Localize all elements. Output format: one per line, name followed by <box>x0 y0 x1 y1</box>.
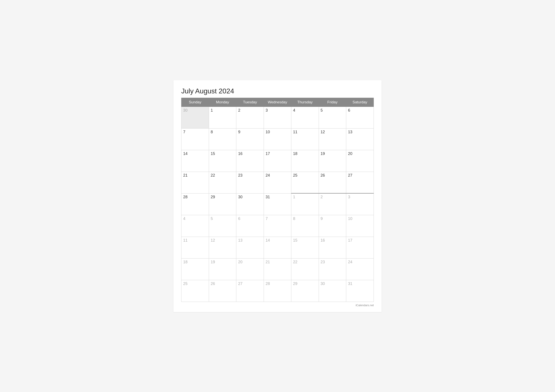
calendar-cell[interactable]: 28 <box>264 280 291 302</box>
week-row-5: 45678910 <box>182 215 374 237</box>
calendar-cell[interactable]: 3 <box>346 193 374 215</box>
calendar-cell[interactable]: 31 <box>264 193 291 215</box>
calendar-cell[interactable]: 10 <box>346 215 374 237</box>
calendar-cell[interactable]: 23 <box>319 258 346 280</box>
calendar-cell[interactable]: 16 <box>319 237 346 258</box>
week-row-7: 18192021222324 <box>182 258 374 280</box>
calendar-cell[interactable]: 1 <box>209 107 236 128</box>
calendar-cell[interactable]: 24 <box>346 258 374 280</box>
week-row-0: 30123456 <box>182 107 374 128</box>
calendar-cell[interactable]: 12 <box>209 237 236 258</box>
header-day-wednesday: Wednesday <box>264 98 291 107</box>
calendar-cell[interactable]: 11 <box>182 237 209 258</box>
calendar-cell[interactable]: 18 <box>291 150 319 172</box>
calendar-cell[interactable]: 28 <box>182 193 209 215</box>
week-row-8: 25262728293031 <box>182 280 374 302</box>
calendar-cell[interactable]: 6 <box>236 215 264 237</box>
calendar-cell[interactable]: 8 <box>209 128 236 150</box>
week-row-6: 11121314151617 <box>182 237 374 258</box>
calendar-title: July August 2024 <box>181 87 374 95</box>
footer-credit: iCalendars.net <box>181 304 374 307</box>
calendar-cell[interactable]: 25 <box>291 172 319 193</box>
calendar-cell[interactable]: 4 <box>291 107 319 128</box>
calendar-cell[interactable]: 19 <box>209 258 236 280</box>
calendar-cell[interactable]: 21 <box>182 172 209 193</box>
calendar-cell[interactable]: 2 <box>236 107 264 128</box>
calendar-cell[interactable]: 9 <box>319 215 346 237</box>
calendar-cell[interactable]: 26 <box>319 172 346 193</box>
calendar-cell[interactable]: 5 <box>319 107 346 128</box>
calendar-cell[interactable]: 10 <box>264 128 291 150</box>
calendar-cell[interactable]: 11 <box>291 128 319 150</box>
calendar-cell[interactable]: 7 <box>182 128 209 150</box>
calendar-cell[interactable]: 30 <box>319 280 346 302</box>
calendar-cell[interactable]: 12 <box>319 128 346 150</box>
calendar-cell[interactable]: 15 <box>209 150 236 172</box>
calendar-cell[interactable]: 22 <box>291 258 319 280</box>
calendar-cell[interactable]: 1 <box>291 193 319 215</box>
calendar-cell[interactable]: 14 <box>182 150 209 172</box>
calendar-cell[interactable]: 3 <box>264 107 291 128</box>
calendar-cell[interactable]: 4 <box>182 215 209 237</box>
header-day-thursday: Thursday <box>291 98 319 107</box>
calendar-container: July August 2024 SundayMondayTuesdayWedn… <box>174 80 381 312</box>
calendar-cell[interactable]: 13 <box>346 128 374 150</box>
calendar-cell[interactable]: 7 <box>264 215 291 237</box>
header-day-tuesday: Tuesday <box>236 98 264 107</box>
calendar-cell[interactable]: 9 <box>236 128 264 150</box>
calendar-cell[interactable]: 27 <box>236 280 264 302</box>
calendar-cell[interactable]: 20 <box>236 258 264 280</box>
week-row-1: 78910111213 <box>182 128 374 150</box>
calendar-cell[interactable]: 16 <box>236 150 264 172</box>
calendar-cell[interactable]: 23 <box>236 172 264 193</box>
calendar-cell[interactable]: 24 <box>264 172 291 193</box>
calendar-cell[interactable]: 18 <box>182 258 209 280</box>
calendar-cell[interactable]: 31 <box>346 280 374 302</box>
calendar-cell[interactable]: 29 <box>209 193 236 215</box>
header-row: SundayMondayTuesdayWednesdayThursdayFrid… <box>182 98 374 107</box>
header-day-saturday: Saturday <box>346 98 374 107</box>
calendar-cell[interactable]: 21 <box>264 258 291 280</box>
calendar-table: SundayMondayTuesdayWednesdayThursdayFrid… <box>181 98 374 302</box>
calendar-cell[interactable]: 19 <box>319 150 346 172</box>
calendar-cell[interactable]: 29 <box>291 280 319 302</box>
calendar-cell[interactable]: 30 <box>236 193 264 215</box>
calendar-cell[interactable]: 27 <box>346 172 374 193</box>
week-row-2: 14151617181920 <box>182 150 374 172</box>
week-row-4: 28293031123 <box>182 193 374 215</box>
header-day-sunday: Sunday <box>182 98 209 107</box>
week-row-3: 21222324252627 <box>182 172 374 193</box>
calendar-cell[interactable]: 2 <box>319 193 346 215</box>
header-day-monday: Monday <box>209 98 236 107</box>
calendar-cell[interactable]: 5 <box>209 215 236 237</box>
calendar-cell[interactable]: 15 <box>291 237 319 258</box>
header-day-friday: Friday <box>319 98 346 107</box>
calendar-cell[interactable]: 13 <box>236 237 264 258</box>
calendar-cell[interactable]: 17 <box>264 150 291 172</box>
calendar-cell[interactable]: 30 <box>182 107 209 128</box>
calendar-cell[interactable]: 26 <box>209 280 236 302</box>
calendar-cell[interactable]: 20 <box>346 150 374 172</box>
calendar-cell[interactable]: 14 <box>264 237 291 258</box>
calendar-cell[interactable]: 22 <box>209 172 236 193</box>
calendar-cell[interactable]: 17 <box>346 237 374 258</box>
calendar-cell[interactable]: 25 <box>182 280 209 302</box>
calendar-cell[interactable]: 8 <box>291 215 319 237</box>
calendar-cell[interactable]: 6 <box>346 107 374 128</box>
